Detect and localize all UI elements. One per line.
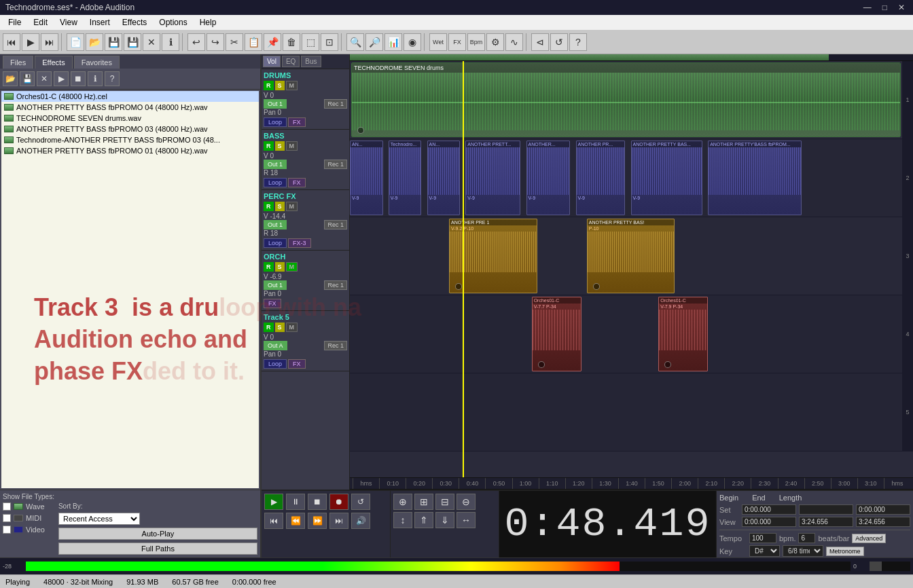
file-item-3[interactable]: TECHNODROME SEVEN drums.wav	[1, 113, 259, 124]
toolbar-info[interactable]: ℹ	[162, 33, 179, 51]
perc-rec-label[interactable]: Rec 1	[324, 220, 347, 229]
toolbar-spectral[interactable]: ◉	[404, 33, 421, 51]
orch-clip-1[interactable]: Orches01-C V-7.7 P-34	[532, 297, 581, 371]
file-help-btn[interactable]: ?	[105, 71, 120, 86]
drums-solo-btn[interactable]: S	[275, 81, 285, 90]
tab-favorites[interactable]: Favorites	[74, 56, 120, 69]
perc-loop-btn[interactable]: Loop	[264, 238, 287, 248]
bass-fx-btn[interactable]: FX	[288, 178, 306, 187]
toolbar-fx[interactable]: FX	[448, 33, 466, 51]
file-close-btn[interactable]: ✕	[37, 71, 52, 86]
toolbar-bpm[interactable]: Bpm	[467, 33, 485, 51]
toolbar-close[interactable]: ✕	[143, 33, 160, 51]
zoom-in-full-btn[interactable]: ⊞	[414, 494, 433, 510]
ft-check-video[interactable]	[3, 526, 11, 534]
menu-options[interactable]: Options	[154, 16, 192, 29]
rp-bpm-val[interactable]	[798, 533, 815, 543]
drums-fx-btn[interactable]: FX	[288, 117, 306, 127]
file-item-6[interactable]: ANOTHER PRETTY BASS fbPROMO 01 (48000 Hz…	[1, 145, 259, 156]
transport-loop-btn[interactable]: ↺	[351, 494, 370, 510]
toolbar-cut[interactable]: ✂	[226, 33, 243, 51]
toolbar-zoom-in[interactable]: 🔍	[346, 33, 364, 51]
bass-clip-6[interactable]: ANOTHER PR... V-9	[576, 141, 626, 215]
tab-effects[interactable]: Effects	[35, 56, 72, 69]
orch-mute-btn[interactable]: M	[286, 262, 298, 272]
toolbar-select[interactable]: ⬚	[302, 33, 319, 51]
t5-loop-btn[interactable]: Loop	[264, 359, 287, 369]
transport-pause-btn[interactable]: ⏸	[286, 494, 305, 510]
menu-file[interactable]: File	[3, 16, 26, 29]
toolbar-play[interactable]: ▶	[22, 33, 39, 51]
toolbar-wet[interactable]: Wet	[429, 33, 447, 51]
toolbar-crop[interactable]: ⊡	[321, 33, 338, 51]
file-item-2[interactable]: ANOTHER PRETTY BASS fbPROMO 04 (48000 Hz…	[1, 102, 259, 113]
bass-rec-btn[interactable]: R	[264, 141, 274, 151]
ft-check-midi[interactable]	[3, 514, 11, 522]
perc-out-btn[interactable]: Out 1	[264, 220, 287, 229]
transport-start-btn[interactable]: ⏮	[264, 513, 283, 529]
file-open-btn[interactable]: 📂	[3, 71, 18, 86]
drums-clip[interactable]: TECHNODROME SEVEN drums	[351, 62, 901, 137]
file-play-btn[interactable]: ▶	[54, 71, 69, 86]
timeline-scrollbar[interactable]	[350, 54, 913, 61]
transport-rec-btn[interactable]: ⏺	[329, 494, 348, 510]
file-item-5[interactable]: Technodrome-ANOTHER PRETTY BASS fbPROMO …	[1, 134, 259, 145]
auto-play-btn[interactable]: Auto-Play	[58, 528, 257, 540]
toolbar-normalize[interactable]: 📊	[384, 33, 402, 51]
transport-rew-btn[interactable]: ⏪	[286, 513, 305, 529]
menu-insert[interactable]: Insert	[84, 16, 115, 29]
rp-time-select[interactable]: 6/8 time 4/4 time 3/4 time	[783, 545, 823, 557]
menu-view[interactable]: View	[54, 16, 83, 29]
menu-help[interactable]: Help	[194, 16, 222, 29]
toolbar-save2[interactable]: 💾	[124, 33, 141, 51]
toolbar-open[interactable]: 📂	[86, 33, 103, 51]
bus-btn[interactable]: Bus	[301, 56, 321, 67]
vol-btn[interactable]: Vol	[263, 56, 281, 67]
close-btn[interactable]: ✕	[895, 3, 908, 12]
toolbar-save[interactable]: 💾	[105, 33, 122, 51]
toolbar-rewind[interactable]: ⏮	[3, 33, 20, 51]
file-stop-btn[interactable]: ⏹	[71, 71, 86, 86]
t5-fx-btn[interactable]: FX	[288, 359, 306, 369]
bass-clip-7[interactable]: ANOTHER PRETTY BAS... V-9	[631, 141, 702, 215]
bass-clip-1[interactable]: AN... V-9	[350, 141, 383, 215]
file-info-btn[interactable]: ℹ	[88, 71, 103, 86]
toolbar-mixer[interactable]: ⚙	[486, 33, 504, 51]
bass-clip-4[interactable]: ANOTHER PRETT... V-9	[465, 141, 520, 215]
toolbar-cue[interactable]: ⊲	[531, 33, 549, 51]
rp-view-length[interactable]	[856, 517, 910, 527]
zoom-in-vf-btn[interactable]: ⇑	[414, 512, 433, 528]
maximize-btn[interactable]: □	[880, 3, 890, 12]
zoom-out-h-btn[interactable]: ⊖	[456, 494, 476, 510]
zoom-out-v-btn[interactable]: ↔	[456, 512, 476, 528]
tab-files[interactable]: Files	[3, 56, 33, 69]
drums-loop-btn[interactable]: Loop	[264, 117, 287, 127]
sort-select[interactable]: Recent Access Name Date Size	[58, 513, 140, 525]
bass-out-btn[interactable]: Out 1	[264, 160, 287, 169]
bass-solo-btn[interactable]: S	[275, 141, 285, 151]
toolbar-paste[interactable]: 📌	[264, 33, 281, 51]
rp-key-select[interactable]: D# C D E	[749, 545, 780, 557]
t5-solo-btn[interactable]: S	[275, 323, 285, 332]
orch-solo-btn[interactable]: S	[275, 262, 285, 272]
orch-rec-label[interactable]: Rec 1	[324, 280, 347, 290]
minimize-btn[interactable]: —	[861, 3, 874, 12]
file-item-1[interactable]: Orches01-C (48000 Hz).cel	[1, 91, 259, 102]
drums-rec-btn[interactable]: R	[264, 81, 274, 90]
perc-mute-btn[interactable]: M	[286, 202, 298, 211]
transport-fwd-btn[interactable]: ⏩	[308, 513, 327, 529]
drums-rec-label[interactable]: Rec 1	[324, 99, 347, 109]
bass-clip-8[interactable]: ANOTHER PRETTY'BASS fbPROM...	[708, 141, 802, 215]
rp-set-length[interactable]	[856, 504, 910, 515]
full-paths-btn[interactable]: Full Paths	[58, 543, 257, 555]
eq-btn[interactable]: EQ	[282, 56, 300, 67]
perc-rec-btn[interactable]: R	[264, 202, 274, 211]
toolbar-loop[interactable]: ↺	[550, 33, 568, 51]
t5-mute-btn[interactable]: M	[286, 323, 298, 332]
rp-advanced-btn[interactable]: Advanced	[852, 534, 886, 543]
rp-set-end[interactable]	[799, 504, 853, 515]
rp-tempo-input[interactable]	[749, 533, 776, 543]
rp-metronome-btn[interactable]: Metronome	[826, 547, 864, 556]
file-item-4[interactable]: ANOTHER PRETTY BASS fbPROMO 03 (48000 Hz…	[1, 124, 259, 134]
zoom-in-h-btn[interactable]: ⊕	[393, 494, 412, 510]
